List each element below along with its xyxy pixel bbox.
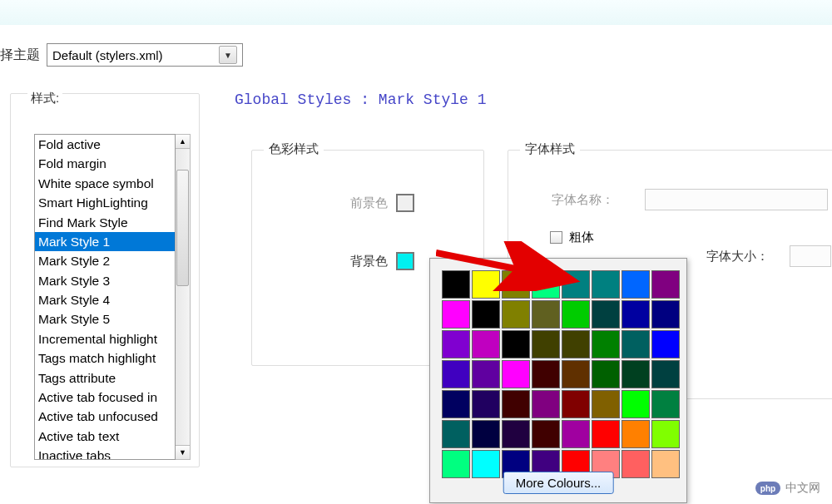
scroll-up-icon[interactable]: ▲	[176, 135, 190, 149]
color-cell[interactable]	[651, 270, 680, 299]
foreground-row: 前景色	[350, 194, 414, 212]
color-cell[interactable]	[472, 360, 500, 388]
color-cell[interactable]	[442, 450, 470, 478]
background-label: 背景色	[350, 254, 388, 269]
theme-row: 择主题 Default (stylers.xml) ▼	[0, 43, 243, 67]
color-cell[interactable]	[502, 330, 530, 358]
list-item[interactable]: Mark Style 2	[35, 251, 175, 270]
title-bar	[0, 0, 832, 25]
list-item[interactable]: Tags match highlight	[35, 348, 175, 368]
color-cell[interactable]	[622, 300, 650, 329]
list-item[interactable]: White space symbol	[35, 174, 175, 193]
list-item[interactable]: Find Mark Style	[35, 213, 175, 232]
list-item[interactable]: Smart HighLighting	[35, 193, 175, 212]
color-cell[interactable]	[651, 330, 680, 358]
foreground-swatch[interactable]	[396, 194, 414, 212]
list-item[interactable]: Incremental highlight	[35, 329, 175, 348]
color-cell[interactable]	[651, 390, 680, 418]
font-name-select[interactable]	[645, 189, 828, 210]
color-cell[interactable]	[502, 360, 530, 388]
color-cell[interactable]	[592, 420, 620, 448]
list-item[interactable]: Mark Style 3	[35, 271, 175, 290]
color-picker-popup: More Colours...	[429, 258, 687, 503]
color-cell[interactable]	[562, 330, 590, 358]
scrollbar[interactable]: ▲ ▼	[176, 134, 191, 460]
color-cell[interactable]	[651, 450, 680, 478]
color-cell[interactable]	[442, 420, 470, 448]
list-item[interactable]: Mark Style 1	[35, 232, 175, 251]
list-item[interactable]: Active tab focused in	[35, 388, 175, 407]
color-cell[interactable]	[622, 390, 650, 418]
page-title: Global Styles : Mark Style 1	[225, 91, 832, 108]
color-cell[interactable]	[472, 450, 500, 478]
color-cell[interactable]	[622, 270, 650, 299]
background-swatch[interactable]	[396, 252, 414, 270]
chevron-down-icon: ▼	[219, 46, 237, 64]
font-name-label: 字体名称：	[552, 192, 614, 208]
color-cell[interactable]	[562, 300, 590, 329]
list-item[interactable]: Mark Style 5	[35, 309, 175, 329]
bold-checkbox[interactable]	[550, 231, 562, 244]
list-item[interactable]: Fold margin	[35, 154, 175, 173]
color-cell[interactable]	[622, 330, 650, 358]
color-picker-grid	[442, 270, 686, 478]
color-cell[interactable]	[532, 390, 560, 418]
color-cell[interactable]	[502, 270, 530, 299]
color-cell[interactable]	[532, 300, 560, 329]
styles-panel-label: 样式:	[27, 91, 62, 106]
color-cell[interactable]	[562, 420, 590, 448]
color-cell[interactable]	[502, 300, 530, 329]
watermark: php 中文网	[755, 481, 820, 496]
color-cell[interactable]	[562, 270, 590, 299]
color-cell[interactable]	[442, 360, 470, 388]
color-cell[interactable]	[442, 300, 470, 329]
scroll-thumb[interactable]	[176, 170, 189, 286]
color-cell[interactable]	[442, 330, 470, 358]
color-cell[interactable]	[592, 270, 620, 299]
color-cell[interactable]	[532, 360, 560, 388]
bold-checkbox-row[interactable]: 粗体	[550, 230, 594, 245]
color-cell[interactable]	[622, 360, 650, 388]
color-cell[interactable]	[532, 330, 560, 358]
color-cell[interactable]	[472, 420, 500, 448]
color-cell[interactable]	[651, 300, 680, 329]
list-item[interactable]: Mark Style 4	[35, 290, 175, 309]
color-cell[interactable]	[622, 420, 650, 448]
color-cell[interactable]	[592, 360, 620, 388]
list-item[interactable]: Fold active	[35, 135, 175, 154]
color-cell[interactable]	[562, 360, 590, 388]
color-cell[interactable]	[562, 390, 590, 418]
list-item[interactable]: Inactive tabs	[35, 446, 175, 460]
color-cell[interactable]	[502, 420, 530, 448]
color-cell[interactable]	[472, 300, 500, 329]
font-size-select[interactable]	[790, 245, 831, 267]
scroll-down-icon[interactable]: ▼	[176, 445, 190, 459]
color-cell[interactable]	[592, 300, 620, 329]
color-style-legend: 色彩样式	[264, 141, 324, 157]
color-cell[interactable]	[651, 420, 680, 448]
background-row: 背景色	[350, 252, 414, 270]
theme-select[interactable]: Default (stylers.xml) ▼	[47, 43, 243, 67]
font-size-label: 字体大小：	[706, 249, 769, 264]
color-cell[interactable]	[502, 390, 530, 418]
color-cell[interactable]	[592, 330, 620, 358]
color-cell[interactable]	[472, 330, 500, 358]
list-item[interactable]: Active tab text	[35, 427, 175, 446]
color-cell[interactable]	[592, 390, 620, 418]
watermark-text: 中文网	[785, 481, 820, 496]
styles-listbox[interactable]: Fold activeFold marginWhite space symbol…	[34, 134, 191, 460]
color-cell[interactable]	[442, 270, 470, 299]
color-cell[interactable]	[442, 390, 470, 418]
color-cell[interactable]	[472, 270, 500, 299]
list-item[interactable]: Active tab unfocused	[35, 407, 175, 426]
color-cell[interactable]	[532, 270, 560, 299]
color-cell[interactable]	[622, 450, 650, 478]
color-cell[interactable]	[472, 390, 500, 418]
styles-panel: 样式: Fold activeFold marginWhite space sy…	[10, 93, 200, 467]
color-cell[interactable]	[651, 360, 680, 388]
foreground-label: 前景色	[350, 195, 388, 211]
list-item[interactable]: Tags attribute	[35, 368, 175, 388]
theme-label: 择主题	[0, 47, 40, 64]
more-colours-button[interactable]: More Colours...	[503, 472, 614, 494]
color-cell[interactable]	[532, 420, 560, 448]
